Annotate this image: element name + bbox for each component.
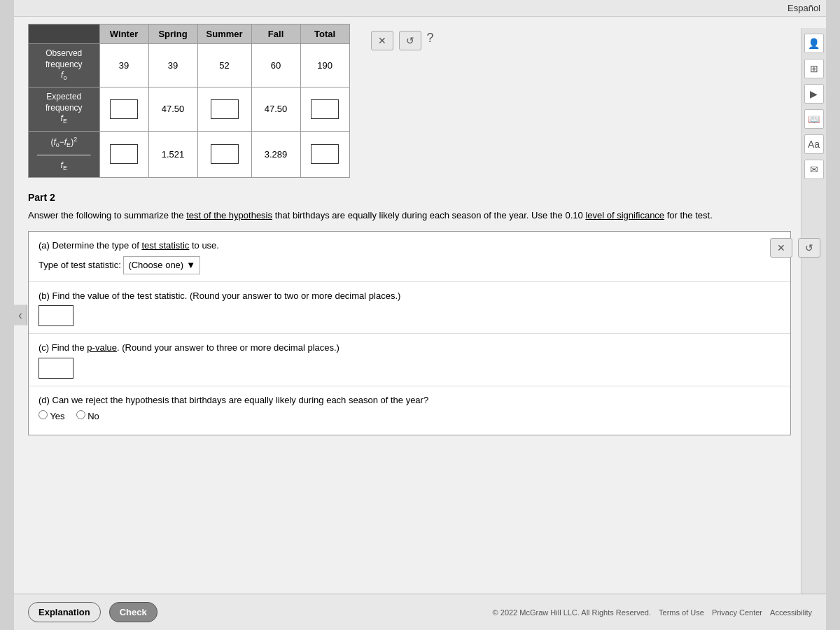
- p-value-input[interactable]: [38, 358, 74, 379]
- sidebar-icon-play[interactable]: ▶: [804, 84, 824, 104]
- table-actions: ✕ ↺ ?: [371, 31, 434, 50]
- formula-summer-input[interactable]: [211, 144, 239, 164]
- obs-summer: 52: [197, 44, 251, 88]
- question-c-label: (c) Find the p-value. (Round your answer…: [38, 341, 780, 355]
- empty-header: [29, 24, 100, 44]
- obs-winter: 39: [99, 44, 148, 88]
- formula-total-input[interactable]: [311, 144, 339, 164]
- question-d: (d) Can we reject the hypothesis that bi…: [29, 386, 790, 435]
- yes-no-group: Yes No: [38, 410, 780, 428]
- obs-fall: 60: [251, 44, 300, 88]
- sidebar-icon-person[interactable]: 👤: [804, 34, 824, 53]
- obs-total: 190: [300, 44, 349, 88]
- table-row-observed: Observed frequency fo 39 39 52 60 190: [29, 44, 350, 88]
- question-c: (c) Find the p-value. (Round your answer…: [29, 334, 790, 386]
- privacy-link[interactable]: Privacy Center: [712, 608, 762, 617]
- sidebar-icon-mail[interactable]: ✉: [804, 160, 824, 179]
- close-btn[interactable]: ✕: [371, 31, 393, 50]
- bottom-bar: Explanation Check © 2022 McGraw Hill LLC…: [14, 594, 826, 630]
- p-value-link[interactable]: p-value: [87, 342, 117, 353]
- table-row-expected: Expected frequency fE 47.50: [29, 88, 350, 131]
- formula-winter-input[interactable]: [110, 144, 138, 164]
- question-b-label: (b) Find the value of the test statistic…: [38, 289, 780, 303]
- col-fall: Fall: [251, 24, 300, 44]
- type-dropdown[interactable]: (Choose one) ▼: [123, 256, 200, 274]
- exp-summer[interactable]: [197, 88, 251, 131]
- col-winter: Winter: [99, 24, 148, 44]
- exp-summer-input[interactable]: [211, 99, 239, 119]
- question-a: (a) Determine the type of test statistic…: [29, 232, 790, 282]
- right-sidebar: 👤 ⊞ ▶ 📖 Aa ✉: [801, 28, 826, 630]
- exp-total-input[interactable]: [311, 99, 339, 119]
- undo-btn[interactable]: ↺: [399, 31, 421, 50]
- formula-winter[interactable]: [99, 131, 148, 178]
- table-row-formula: (fo−fE)2 ───────── fE 1.521: [29, 131, 350, 178]
- exp-winter-input[interactable]: [110, 99, 138, 119]
- content-area: Winter Spring Summer Fall Total O: [14, 17, 826, 591]
- top-bar: ‹ Español: [14, 0, 826, 17]
- part2-title: Part 2: [28, 192, 791, 203]
- footer-links: © 2022 McGraw Hill LLC. All Rights Reser…: [493, 608, 812, 617]
- formula-fall: 3.289: [251, 131, 300, 178]
- obs-spring: 39: [148, 44, 197, 88]
- no-radio[interactable]: [76, 410, 85, 419]
- frequency-table: Winter Spring Summer Fall Total O: [28, 24, 350, 178]
- exp-fall: 47.50: [251, 88, 300, 131]
- no-option[interactable]: No: [76, 410, 99, 424]
- accessibility-link[interactable]: Accessibility: [770, 608, 812, 617]
- chevron-left-btn[interactable]: ‹: [14, 305, 27, 326]
- row-label-expected: Expected frequency fE: [29, 88, 100, 131]
- part2-section: Part 2 Answer the following to summarize…: [28, 192, 791, 435]
- explanation-button[interactable]: Explanation: [28, 602, 101, 622]
- exp-winter[interactable]: [99, 88, 148, 131]
- formula-summer[interactable]: [197, 131, 251, 178]
- exp-total[interactable]: [300, 88, 349, 131]
- yes-option[interactable]: Yes: [38, 410, 65, 424]
- dropdown-arrow-icon: ▼: [186, 258, 195, 272]
- col-total: Total: [300, 24, 349, 44]
- question-a-label: (a) Determine the type of test statistic…: [38, 239, 780, 253]
- row-label-formula: (fo−fE)2 ───────── fE: [29, 131, 100, 178]
- formula-total[interactable]: [300, 131, 349, 178]
- yes-radio[interactable]: [38, 410, 48, 419]
- question-box-wrapper: (a) Determine the type of test statistic…: [28, 231, 791, 435]
- espanol-button[interactable]: Español: [788, 3, 820, 13]
- qbox-undo-btn[interactable]: ↺: [798, 238, 820, 258]
- part2-description: Answer the following to summarize the te…: [28, 209, 791, 223]
- level-of-significance-link[interactable]: level of significance: [585, 210, 664, 220]
- question-d-label: (d) Can we reject the hypothesis that bi…: [38, 393, 780, 407]
- question-box-actions: ✕ ↺ ?: [770, 238, 826, 258]
- col-spring: Spring: [148, 24, 197, 44]
- terms-link[interactable]: Terms of Use: [659, 608, 704, 617]
- sidebar-icon-font[interactable]: Aa: [804, 134, 824, 154]
- question-b: (b) Find the value of the test statistic…: [29, 282, 790, 335]
- test-hypothesis-link[interactable]: test of the hypothesis: [186, 210, 272, 220]
- test-statistic-link[interactable]: test statistic: [141, 240, 189, 251]
- test-statistic-input[interactable]: [38, 305, 74, 326]
- sidebar-icon-book[interactable]: 📖: [804, 109, 824, 129]
- table-section: Winter Spring Summer Fall Total O: [28, 24, 791, 178]
- check-button[interactable]: Check: [109, 602, 158, 622]
- row-label-observed: Observed frequency fo: [29, 44, 100, 88]
- sidebar-icon-grid[interactable]: ⊞: [804, 59, 824, 78]
- help-icon[interactable]: ?: [427, 31, 434, 50]
- question-box: (a) Determine the type of test statistic…: [28, 231, 791, 435]
- qbox-close-btn[interactable]: ✕: [770, 238, 792, 258]
- col-summer: Summer: [197, 24, 251, 44]
- exp-spring: 47.50: [148, 88, 197, 131]
- formula-spring: 1.521: [148, 131, 197, 178]
